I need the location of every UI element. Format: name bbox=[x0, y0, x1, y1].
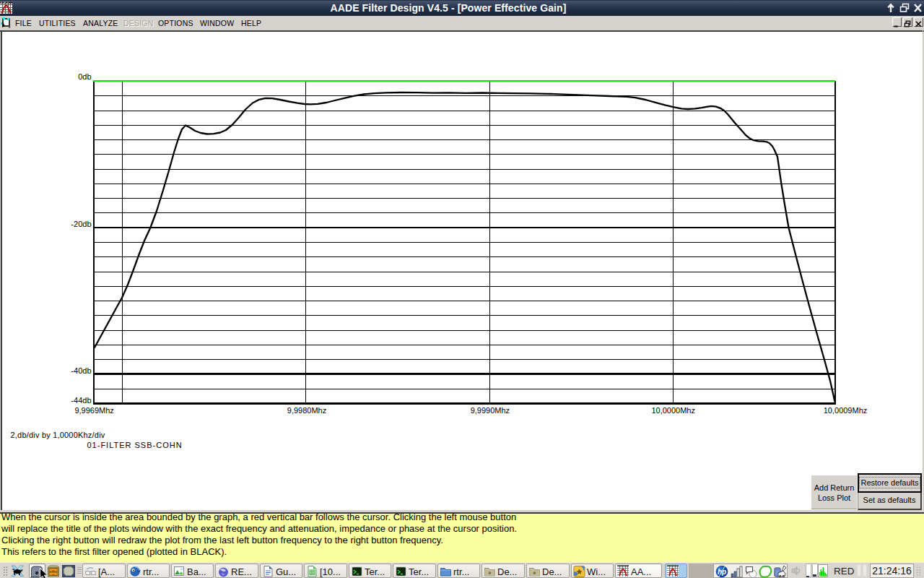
svg-text:9,9980Mhz: 9,9980Mhz bbox=[287, 406, 326, 415]
svg-text:-40db: -40db bbox=[71, 366, 91, 375]
svg-text:2,db/div by 1,0000Khz/div: 2,db/div by 1,0000Khz/div bbox=[11, 431, 105, 439]
svg-text:-20db: -20db bbox=[71, 220, 91, 228]
svg-text:9,9990Mhz: 9,9990Mhz bbox=[471, 406, 510, 415]
svg-text:9,9969Mhz: 9,9969Mhz bbox=[74, 406, 113, 415]
svg-text:10,0009Mhz: 10,0009Mhz bbox=[824, 406, 868, 415]
svg-text:-44db: -44db bbox=[71, 396, 91, 405]
svg-text:01-FILTER SSB-COHN: 01-FILTER SSB-COHN bbox=[87, 441, 183, 449]
svg-text:10,0000Mhz: 10,0000Mhz bbox=[651, 406, 695, 415]
svg-text:0db: 0db bbox=[78, 72, 91, 81]
